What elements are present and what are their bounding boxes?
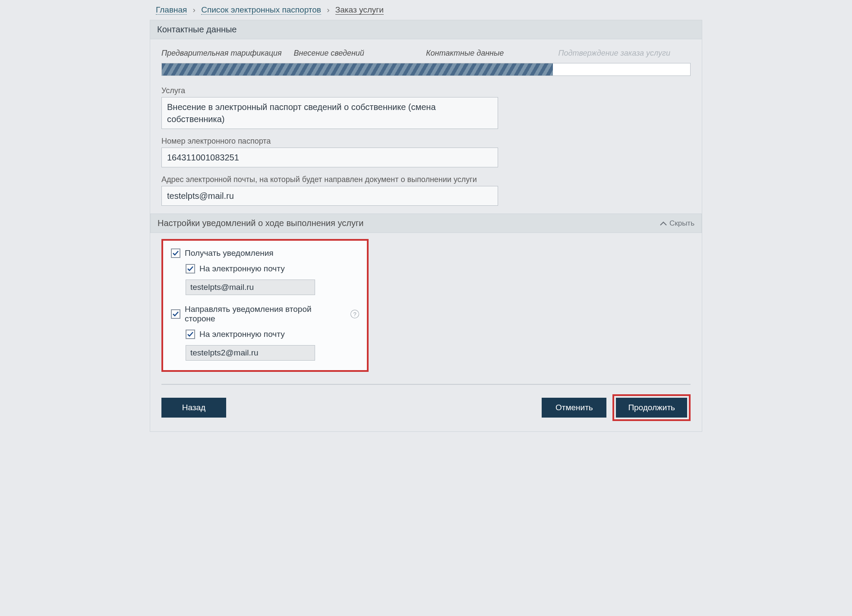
cancel-button[interactable]: Отменить bbox=[542, 398, 606, 418]
notify-email-1[interactable]: testelpts@mail.ru bbox=[186, 280, 315, 295]
breadcrumb: Главная › Список электронных паспортов ›… bbox=[150, 0, 702, 20]
progress-bar bbox=[161, 63, 691, 76]
breadcrumb-home[interactable]: Главная bbox=[156, 5, 187, 15]
content-area: Предварительная тарификация Внесение све… bbox=[150, 39, 702, 432]
button-row: Назад Отменить Продолжить bbox=[161, 394, 691, 421]
by-email-label-2: На электронную почту bbox=[199, 330, 285, 339]
by-email-checkbox-1[interactable] bbox=[186, 264, 195, 273]
accordion-toggle[interactable]: Скрыть bbox=[660, 219, 694, 228]
breadcrumb-list[interactable]: Список электронных паспортов bbox=[201, 5, 321, 15]
notify-second-party-checkbox[interactable] bbox=[171, 309, 180, 319]
receive-notifications-label: Получать уведомления bbox=[185, 248, 274, 258]
by-email-checkbox-2[interactable] bbox=[186, 330, 195, 339]
help-icon[interactable]: ? bbox=[350, 310, 359, 318]
receive-notifications-checkbox[interactable] bbox=[171, 248, 180, 258]
step-tariff: Предварительная тарификация bbox=[161, 47, 294, 60]
email-value[interactable]: testelpts@mail.ru bbox=[161, 186, 498, 206]
chevron-up-icon bbox=[660, 219, 667, 228]
notify-email-2[interactable]: testelpts2@mail.ru bbox=[186, 345, 315, 361]
by-email-label-1: На электронную почту bbox=[199, 264, 285, 273]
step-confirm: Подтверждение заказа услуги bbox=[559, 47, 691, 60]
divider bbox=[161, 384, 691, 385]
notify-second-party-label: Направлять уведомления второй стороне bbox=[185, 305, 344, 324]
chevron-right-icon: › bbox=[327, 5, 329, 14]
email-label: Адрес электронной почты, на который буде… bbox=[161, 175, 691, 184]
section-header: Контактные данные bbox=[150, 20, 702, 39]
accordion-toggle-label: Скрыть bbox=[669, 219, 694, 228]
passport-label: Номер электронного паспорта bbox=[161, 137, 691, 146]
chevron-right-icon: › bbox=[193, 5, 196, 14]
progress-fill bbox=[162, 63, 553, 75]
accordion-title: Настройки уведомлений о ходе выполнения … bbox=[158, 218, 363, 228]
back-button[interactable]: Назад bbox=[161, 398, 226, 418]
continue-button-highlight: Продолжить bbox=[612, 394, 691, 421]
notification-settings-highlight: Получать уведомления На электронную почт… bbox=[161, 239, 369, 372]
step-contacts: Контактные данные bbox=[426, 47, 559, 60]
section-title: Контактные данные bbox=[157, 25, 237, 34]
accordion-header[interactable]: Настройки уведомлений о ходе выполнения … bbox=[150, 214, 702, 233]
passport-value: 164311001083251 bbox=[161, 148, 498, 167]
continue-button[interactable]: Продолжить bbox=[616, 398, 687, 418]
step-details: Внесение сведений bbox=[294, 47, 426, 60]
service-label: Услуга bbox=[161, 86, 691, 95]
wizard-steps: Предварительная тарификация Внесение све… bbox=[161, 47, 691, 60]
breadcrumb-current: Заказ услуги bbox=[335, 5, 384, 15]
service-value: Внесение в электронный паспорт сведений … bbox=[161, 97, 498, 129]
